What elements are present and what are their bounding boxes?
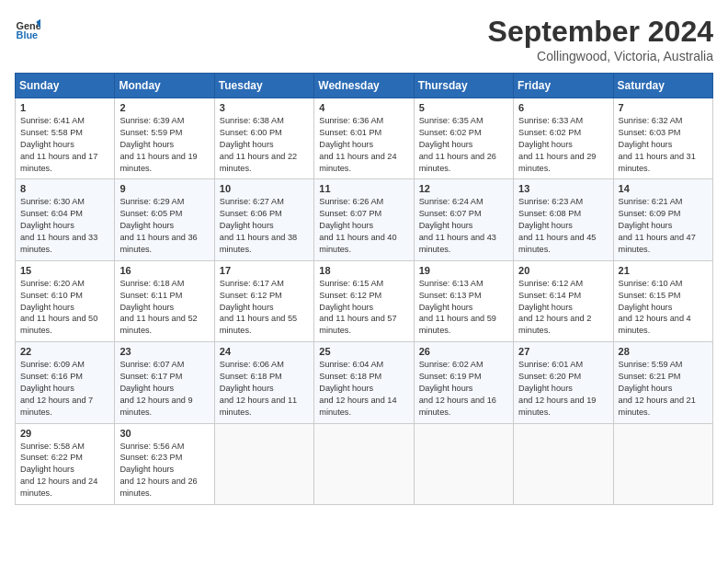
sunrise-info: Sunrise: 6:04 AMSunset: 6:18 PMDaylight … bbox=[319, 360, 396, 417]
day-number: 14 bbox=[619, 183, 708, 194]
calendar-week-3: 15Sunrise: 6:20 AMSunset: 6:10 PMDayligh… bbox=[16, 260, 713, 341]
day-number: 17 bbox=[220, 265, 309, 276]
day-number: 16 bbox=[119, 265, 209, 276]
calendar-cell: 30Sunrise: 5:56 AMSunset: 6:23 PMDayligh… bbox=[115, 423, 214, 504]
sunrise-info: Sunrise: 6:15 AMSunset: 6:12 PMDaylight … bbox=[319, 279, 396, 336]
sunrise-info: Sunrise: 6:01 AMSunset: 6:20 PMDaylight … bbox=[518, 360, 596, 417]
sunrise-info: Sunrise: 6:27 AMSunset: 6:06 PMDaylight … bbox=[220, 197, 297, 254]
column-header-wednesday: Wednesday bbox=[314, 74, 414, 98]
column-header-saturday: Saturday bbox=[613, 74, 712, 98]
calendar-cell: 16Sunrise: 6:18 AMSunset: 6:11 PMDayligh… bbox=[115, 260, 214, 341]
logo: General Blue bbox=[15, 15, 40, 40]
location-subtitle: Collingwood, Victoria, Australia bbox=[488, 49, 713, 63]
calendar-cell: 26Sunrise: 6:02 AMSunset: 6:19 PMDayligh… bbox=[414, 342, 513, 423]
calendar-cell: 17Sunrise: 6:17 AMSunset: 6:12 PMDayligh… bbox=[214, 260, 313, 341]
day-number: 23 bbox=[119, 346, 209, 357]
calendar-cell: 20Sunrise: 6:12 AMSunset: 6:14 PMDayligh… bbox=[514, 260, 613, 341]
sunrise-info: Sunrise: 6:24 AMSunset: 6:07 PMDaylight … bbox=[419, 197, 496, 254]
sunrise-info: Sunrise: 6:35 AMSunset: 6:02 PMDaylight … bbox=[419, 116, 496, 173]
calendar-cell: 10Sunrise: 6:27 AMSunset: 6:06 PMDayligh… bbox=[214, 179, 313, 260]
calendar-cell: 3Sunrise: 6:38 AMSunset: 6:00 PMDaylight… bbox=[214, 98, 313, 179]
sunrise-info: Sunrise: 6:20 AMSunset: 6:10 PMDaylight … bbox=[20, 279, 97, 336]
sunrise-info: Sunrise: 6:17 AMSunset: 6:12 PMDaylight … bbox=[220, 279, 297, 336]
calendar-cell: 22Sunrise: 6:09 AMSunset: 6:16 PMDayligh… bbox=[16, 342, 115, 423]
day-number: 27 bbox=[518, 346, 608, 357]
sunrise-info: Sunrise: 6:33 AMSunset: 6:02 PMDaylight … bbox=[518, 116, 596, 173]
calendar-cell: 23Sunrise: 6:07 AMSunset: 6:17 PMDayligh… bbox=[115, 342, 214, 423]
calendar-cell: 24Sunrise: 6:06 AMSunset: 6:18 PMDayligh… bbox=[214, 342, 313, 423]
sunrise-info: Sunrise: 6:36 AMSunset: 6:01 PMDaylight … bbox=[319, 116, 396, 173]
calendar-header-row: SundayMondayTuesdayWednesdayThursdayFrid… bbox=[16, 74, 713, 98]
sunrise-info: Sunrise: 6:09 AMSunset: 6:16 PMDaylight … bbox=[20, 360, 93, 417]
column-header-friday: Friday bbox=[514, 74, 613, 98]
column-header-thursday: Thursday bbox=[414, 74, 513, 98]
sunrise-info: Sunrise: 6:13 AMSunset: 6:13 PMDaylight … bbox=[419, 279, 496, 336]
day-number: 2 bbox=[119, 102, 209, 113]
day-number: 4 bbox=[319, 102, 408, 113]
calendar-cell: 12Sunrise: 6:24 AMSunset: 6:07 PMDayligh… bbox=[414, 179, 513, 260]
day-number: 9 bbox=[119, 183, 209, 194]
calendar-cell: 19Sunrise: 6:13 AMSunset: 6:13 PMDayligh… bbox=[414, 260, 513, 341]
sunrise-info: Sunrise: 6:21 AMSunset: 6:09 PMDaylight … bbox=[619, 197, 696, 254]
sunrise-info: Sunrise: 6:23 AMSunset: 6:08 PMDaylight … bbox=[518, 197, 596, 254]
day-number: 30 bbox=[119, 428, 209, 439]
column-header-monday: Monday bbox=[115, 74, 214, 98]
sunrise-info: Sunrise: 6:10 AMSunset: 6:15 PMDaylight … bbox=[619, 279, 691, 336]
calendar-cell: 9Sunrise: 6:29 AMSunset: 6:05 PMDaylight… bbox=[115, 179, 214, 260]
day-number: 7 bbox=[619, 102, 708, 113]
month-title: September 2024 bbox=[488, 15, 713, 49]
calendar-cell: 25Sunrise: 6:04 AMSunset: 6:18 PMDayligh… bbox=[314, 342, 414, 423]
sunrise-info: Sunrise: 6:41 AMSunset: 5:58 PMDaylight … bbox=[20, 116, 97, 173]
sunrise-info: Sunrise: 5:59 AMSunset: 6:21 PMDaylight … bbox=[619, 360, 696, 417]
calendar-cell bbox=[514, 423, 613, 504]
day-number: 1 bbox=[20, 102, 109, 113]
day-number: 19 bbox=[419, 265, 508, 276]
calendar-week-1: 1Sunrise: 6:41 AMSunset: 5:58 PMDaylight… bbox=[16, 98, 713, 179]
calendar-table: SundayMondayTuesdayWednesdayThursdayFrid… bbox=[15, 73, 713, 505]
sunrise-info: Sunrise: 6:39 AMSunset: 5:59 PMDaylight … bbox=[119, 116, 197, 173]
column-header-tuesday: Tuesday bbox=[214, 74, 313, 98]
calendar-week-4: 22Sunrise: 6:09 AMSunset: 6:16 PMDayligh… bbox=[16, 342, 713, 423]
day-number: 18 bbox=[319, 265, 408, 276]
day-number: 3 bbox=[220, 102, 309, 113]
calendar-cell: 15Sunrise: 6:20 AMSunset: 6:10 PMDayligh… bbox=[16, 260, 115, 341]
sunrise-info: Sunrise: 6:32 AMSunset: 6:03 PMDaylight … bbox=[619, 116, 696, 173]
svg-text:Blue: Blue bbox=[17, 29, 39, 40]
day-number: 28 bbox=[619, 346, 708, 357]
sunrise-info: Sunrise: 6:07 AMSunset: 6:17 PMDaylight … bbox=[119, 360, 192, 417]
sunrise-info: Sunrise: 6:02 AMSunset: 6:19 PMDaylight … bbox=[419, 360, 496, 417]
day-number: 13 bbox=[518, 183, 608, 194]
day-number: 10 bbox=[220, 183, 309, 194]
calendar-cell: 18Sunrise: 6:15 AMSunset: 6:12 PMDayligh… bbox=[314, 260, 414, 341]
calendar-cell: 6Sunrise: 6:33 AMSunset: 6:02 PMDaylight… bbox=[514, 98, 613, 179]
calendar-cell: 4Sunrise: 6:36 AMSunset: 6:01 PMDaylight… bbox=[314, 98, 414, 179]
day-number: 11 bbox=[319, 183, 408, 194]
sunrise-info: Sunrise: 6:30 AMSunset: 6:04 PMDaylight … bbox=[20, 197, 97, 254]
calendar-week-2: 8Sunrise: 6:30 AMSunset: 6:04 PMDaylight… bbox=[16, 179, 713, 260]
calendar-cell: 13Sunrise: 6:23 AMSunset: 6:08 PMDayligh… bbox=[514, 179, 613, 260]
column-header-sunday: Sunday bbox=[16, 74, 115, 98]
day-number: 5 bbox=[419, 102, 508, 113]
calendar-cell: 8Sunrise: 6:30 AMSunset: 6:04 PMDaylight… bbox=[16, 179, 115, 260]
sunrise-info: Sunrise: 5:56 AMSunset: 6:23 PMDaylight … bbox=[119, 442, 197, 499]
calendar-cell bbox=[314, 423, 414, 504]
calendar-cell: 2Sunrise: 6:39 AMSunset: 5:59 PMDaylight… bbox=[115, 98, 214, 179]
calendar-cell: 28Sunrise: 5:59 AMSunset: 6:21 PMDayligh… bbox=[613, 342, 712, 423]
sunrise-info: Sunrise: 6:38 AMSunset: 6:00 PMDaylight … bbox=[220, 116, 297, 173]
day-number: 24 bbox=[220, 346, 309, 357]
calendar-cell: 27Sunrise: 6:01 AMSunset: 6:20 PMDayligh… bbox=[514, 342, 613, 423]
day-number: 29 bbox=[20, 428, 109, 439]
day-number: 25 bbox=[319, 346, 408, 357]
calendar-cell: 7Sunrise: 6:32 AMSunset: 6:03 PMDaylight… bbox=[613, 98, 712, 179]
sunrise-info: Sunrise: 6:29 AMSunset: 6:05 PMDaylight … bbox=[119, 197, 197, 254]
calendar-cell: 29Sunrise: 5:58 AMSunset: 6:22 PMDayligh… bbox=[16, 423, 115, 504]
day-number: 8 bbox=[20, 183, 109, 194]
calendar-cell bbox=[414, 423, 513, 504]
sunrise-info: Sunrise: 6:12 AMSunset: 6:14 PMDaylight … bbox=[518, 279, 591, 336]
title-block: September 2024 Collingwood, Victoria, Au… bbox=[488, 15, 713, 63]
calendar-cell: 11Sunrise: 6:26 AMSunset: 6:07 PMDayligh… bbox=[314, 179, 414, 260]
logo-icon: General Blue bbox=[15, 15, 40, 40]
day-number: 12 bbox=[419, 183, 508, 194]
day-number: 20 bbox=[518, 265, 608, 276]
day-number: 15 bbox=[20, 265, 109, 276]
